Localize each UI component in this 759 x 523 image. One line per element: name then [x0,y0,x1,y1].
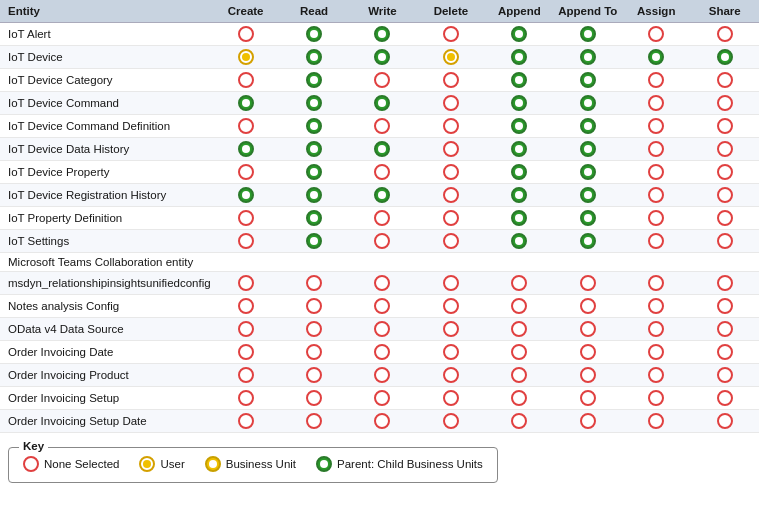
perm-cell[interactable] [690,161,759,184]
perm-cell[interactable] [485,23,553,46]
perm-cell[interactable] [622,184,690,207]
perm-icon-none[interactable] [717,233,733,249]
perm-icon-none[interactable] [443,118,459,134]
perm-cell[interactable] [554,161,622,184]
perm-icon-none[interactable] [374,321,390,337]
perm-cell[interactable] [211,341,279,364]
perm-cell[interactable] [211,253,279,272]
perm-icon-parent[interactable] [511,118,527,134]
perm-cell[interactable] [417,295,485,318]
perm-cell[interactable] [348,341,416,364]
perm-cell[interactable] [690,92,759,115]
perm-icon-parent[interactable] [238,95,254,111]
perm-icon-none[interactable] [443,390,459,406]
perm-icon-none[interactable] [238,210,254,226]
perm-cell[interactable] [485,341,553,364]
perm-cell[interactable] [690,46,759,69]
perm-icon-none[interactable] [717,344,733,360]
perm-cell[interactable] [622,318,690,341]
perm-cell[interactable] [280,69,348,92]
perm-cell[interactable] [622,341,690,364]
perm-icon-none[interactable] [717,413,733,429]
perm-cell[interactable] [554,207,622,230]
perm-cell[interactable] [348,115,416,138]
perm-icon-none[interactable] [580,367,596,383]
perm-cell[interactable] [417,410,485,433]
perm-icon-none[interactable] [374,413,390,429]
perm-cell[interactable] [485,318,553,341]
perm-cell[interactable] [348,69,416,92]
perm-cell[interactable] [280,364,348,387]
perm-icon-none[interactable] [374,275,390,291]
perm-icon-none[interactable] [238,233,254,249]
perm-cell[interactable] [348,318,416,341]
perm-cell[interactable] [690,272,759,295]
perm-icon-none[interactable] [717,187,733,203]
perm-icon-none[interactable] [374,344,390,360]
perm-icon-none[interactable] [238,390,254,406]
perm-icon-parent[interactable] [511,187,527,203]
perm-cell[interactable] [554,23,622,46]
perm-icon-parent[interactable] [717,49,733,65]
perm-cell[interactable] [417,115,485,138]
perm-cell[interactable] [690,23,759,46]
perm-cell[interactable] [211,23,279,46]
perm-icon-parent[interactable] [580,95,596,111]
perm-icon-none[interactable] [648,210,664,226]
perm-cell[interactable] [280,230,348,253]
perm-icon-none[interactable] [443,298,459,314]
perm-icon-none[interactable] [443,72,459,88]
perm-icon-none[interactable] [238,72,254,88]
perm-cell[interactable] [690,115,759,138]
perm-icon-none[interactable] [648,72,664,88]
perm-cell[interactable] [690,341,759,364]
perm-cell[interactable] [485,387,553,410]
perm-cell[interactable] [622,230,690,253]
perm-icon-parent[interactable] [580,26,596,42]
perm-cell[interactable] [622,410,690,433]
perm-cell[interactable] [485,161,553,184]
perm-icon-parent[interactable] [511,233,527,249]
perm-icon-parent[interactable] [580,49,596,65]
perm-cell[interactable] [348,46,416,69]
perm-icon-none[interactable] [443,95,459,111]
perm-cell[interactable] [348,253,416,272]
perm-cell[interactable] [485,184,553,207]
perm-cell[interactable] [690,318,759,341]
perm-cell[interactable] [485,207,553,230]
perm-icon-parent[interactable] [306,187,322,203]
perm-cell[interactable] [485,230,553,253]
perm-cell[interactable] [554,69,622,92]
perm-cell[interactable] [348,23,416,46]
perm-icon-none[interactable] [443,164,459,180]
perm-cell[interactable] [417,230,485,253]
perm-icon-none[interactable] [648,95,664,111]
perm-icon-parent[interactable] [580,141,596,157]
perm-cell[interactable] [622,207,690,230]
perm-cell[interactable] [280,410,348,433]
perm-icon-none[interactable] [511,344,527,360]
perm-icon-none[interactable] [374,233,390,249]
perm-cell[interactable] [280,92,348,115]
perm-icon-none[interactable] [443,367,459,383]
perm-cell[interactable] [622,92,690,115]
perm-cell[interactable] [622,115,690,138]
perm-cell[interactable] [622,272,690,295]
perm-cell[interactable] [348,272,416,295]
perm-cell[interactable] [485,138,553,161]
perm-cell[interactable] [485,364,553,387]
perm-icon-none[interactable] [580,390,596,406]
perm-icon-none[interactable] [443,26,459,42]
perm-cell[interactable] [690,184,759,207]
perm-icon-parent[interactable] [374,187,390,203]
perm-icon-none[interactable] [648,187,664,203]
perm-cell[interactable] [211,115,279,138]
perm-cell[interactable] [554,230,622,253]
perm-icon-parent[interactable] [306,164,322,180]
perm-cell[interactable] [417,92,485,115]
perm-icon-parent[interactable] [238,187,254,203]
perm-icon-none[interactable] [238,298,254,314]
perm-icon-none[interactable] [648,26,664,42]
perm-cell[interactable] [485,115,553,138]
perm-icon-parent[interactable] [374,49,390,65]
